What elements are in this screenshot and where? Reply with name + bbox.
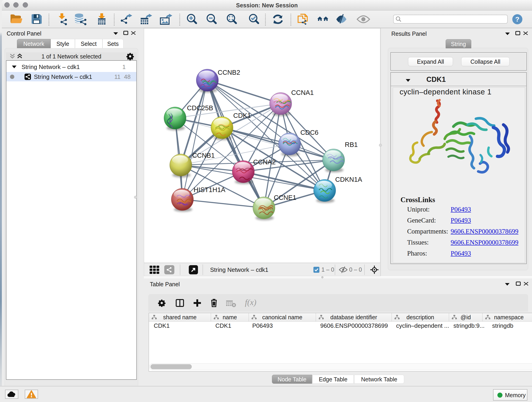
svg-text:CCNA2: CCNA2 — [253, 158, 276, 166]
svg-text:CDC6: CDC6 — [300, 129, 318, 136]
svg-text:f(x): f(x) — [245, 298, 256, 307]
svg-text:CDKN1A: CDKN1A — [335, 176, 362, 183]
svg-text:CCNB1: CCNB1 — [192, 152, 215, 159]
svg-text:RB1: RB1 — [345, 141, 358, 148]
svg-text:HIST1H1A: HIST1H1A — [194, 186, 225, 193]
svg-text:CDC25B: CDC25B — [187, 104, 213, 112]
svg-text:CCNE1: CCNE1 — [274, 194, 296, 201]
svg-text:CCNA1: CCNA1 — [291, 89, 314, 96]
svg-text:CDK1: CDK1 — [233, 112, 251, 119]
svg-text:?: ? — [515, 15, 519, 23]
svg-text:CCNB2: CCNB2 — [218, 69, 240, 76]
